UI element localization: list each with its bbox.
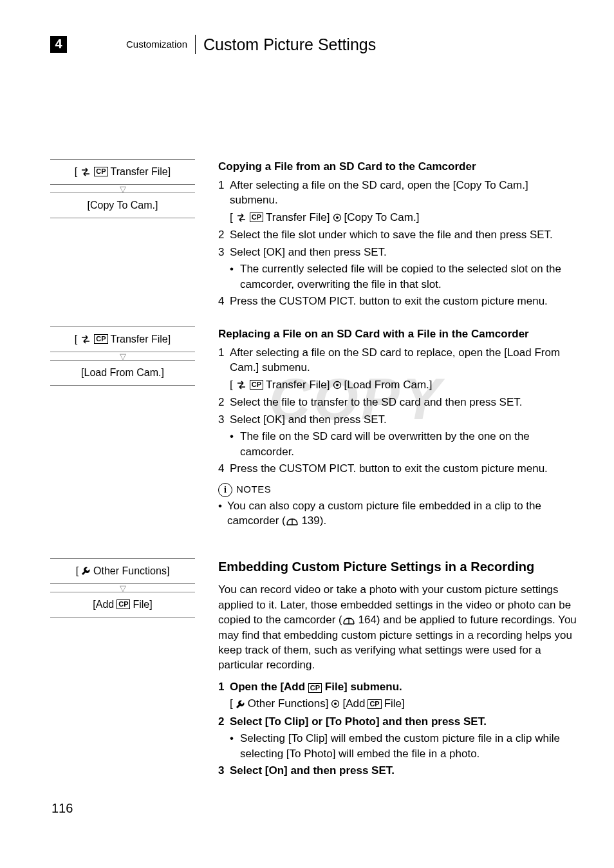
step-num: 3	[218, 412, 230, 427]
sidebar-1a-text: Transfer File]	[111, 165, 171, 179]
bracket-open: [	[75, 332, 77, 346]
page-title: Custom Picture Settings	[203, 33, 376, 56]
sidebar-3b-pre: [Add	[93, 598, 114, 612]
step-text: Select [On] and then press SET.	[230, 763, 577, 778]
transfer-icon	[236, 381, 247, 390]
sidebar-menu-path-3: [ Other Functions] ▽ [Add CP File]	[50, 558, 195, 618]
bracket-open: [	[230, 696, 233, 711]
wrench-icon	[81, 566, 91, 576]
step-num: 3	[218, 763, 230, 778]
submenu-arrow-icon	[331, 699, 340, 708]
sub-text: The currently selected file will be copi…	[240, 261, 577, 292]
svg-point-1	[336, 216, 339, 219]
path-text: Transfer File]	[266, 210, 330, 225]
notes-label: NOTES	[236, 483, 271, 496]
bracket-open: [	[230, 210, 233, 225]
submenu-arrow-icon	[333, 213, 342, 222]
page-header: 4 Customization Custom Picture Settings	[50, 33, 577, 56]
wrench-icon	[236, 699, 245, 709]
path-text-pre: [Add	[342, 696, 365, 711]
chapter-number-badge: 4	[50, 36, 67, 53]
step-text: After selecting a file on the SD card to…	[230, 345, 577, 375]
submenu-arrow-icon	[333, 381, 342, 390]
sidebar-3b-post: File]	[133, 598, 152, 612]
cp-icon: CP	[116, 599, 130, 609]
bullet: •	[230, 429, 240, 459]
step-num: 1	[218, 679, 230, 694]
section-3-title: Embedding Custom Picture Settings in a R…	[218, 558, 577, 576]
page-ref-icon	[342, 616, 355, 625]
info-icon: i	[218, 483, 232, 497]
step-text: Select [OK] and then press SET.	[230, 245, 577, 259]
step-num: 3	[218, 245, 230, 259]
step-text: Select the file to transfer to the SD ca…	[230, 395, 577, 410]
cp-icon: CP	[308, 683, 322, 693]
svg-point-3	[336, 384, 339, 386]
sidebar-2a-text: Transfer File]	[111, 332, 171, 346]
step-text: Select [OK] and then press SET.	[230, 412, 577, 427]
step-text: Select the file slot under which to save…	[230, 227, 577, 242]
sidebar-menu-path-2: [ CP Transfer File] ▽ [Load From Cam.]	[50, 326, 195, 386]
step-text: Open the [Add CP File] submenu.	[230, 679, 577, 694]
path-text-post: File]	[384, 696, 405, 711]
bracket-open: [	[230, 377, 233, 392]
step-text: Press the CUSTOM PICT. button to exit th…	[230, 294, 577, 308]
note-text-a: You can also copy a custom picture file …	[227, 500, 541, 527]
transfer-icon	[236, 213, 247, 222]
note-text-b: 139).	[299, 514, 326, 527]
sidebar-chevron-icon: ▽	[50, 585, 195, 592]
chapter-label: Customization	[126, 35, 196, 54]
section-1-title: Copying a File from an SD Card to the Ca…	[218, 159, 577, 174]
cp-icon: CP	[94, 167, 107, 176]
bullet: •	[218, 498, 227, 529]
bullet: •	[230, 731, 240, 761]
section-3-para: You can record video or take a photo wit…	[218, 582, 577, 673]
sidebar-chevron-icon: ▽	[50, 186, 195, 193]
sidebar-1b-text: [Copy To Cam.]	[88, 198, 158, 212]
step-num: 1	[218, 345, 230, 375]
bracket-open: [	[76, 564, 79, 578]
path-text: [Copy To Cam.]	[344, 210, 420, 225]
step-num: 1	[218, 178, 230, 208]
cp-icon: CP	[94, 334, 107, 344]
sidebar-chevron-icon: ▽	[50, 354, 195, 360]
page-ref-icon	[286, 517, 299, 526]
path-text: [Load From Cam.]	[344, 377, 433, 392]
sidebar-2b-text: [Load From Cam.]	[81, 366, 164, 380]
section-copying: Copying a File from an SD Card to the Ca…	[218, 159, 577, 311]
section-2-title: Replacing a File on an SD Card with a Fi…	[218, 326, 577, 341]
step-text: Press the CUSTOM PICT. button to exit th…	[230, 461, 577, 476]
note-text: You can also copy a custom picture file …	[227, 498, 577, 529]
svg-point-5	[334, 703, 337, 705]
step-num: 4	[218, 461, 230, 476]
cp-icon: CP	[250, 212, 263, 222]
step-num: 2	[218, 227, 230, 242]
bullet: •	[230, 261, 240, 292]
notes-header: i NOTES	[218, 483, 577, 497]
step-num: 2	[218, 714, 230, 729]
section-embedding: Embedding Custom Picture Settings in a R…	[218, 558, 577, 780]
bracket-open: [	[75, 165, 77, 179]
step-text: Select [To Clip] or [To Photo] and then …	[230, 714, 577, 729]
cp-icon: CP	[250, 380, 263, 390]
section-replacing: Replacing a File on an SD Card with a Fi…	[218, 326, 577, 529]
sub-text: The file on the SD card will be overwrit…	[240, 429, 577, 459]
sidebar-menu-path-1: [ CP Transfer File] ▽ [Copy To Cam.]	[50, 159, 195, 218]
page-number: 116	[51, 800, 73, 818]
path-text: Other Functions]	[248, 696, 329, 711]
step-text-pre: Open the [Add	[230, 681, 308, 693]
step-text-post: File] submenu.	[322, 681, 402, 693]
step-num: 4	[218, 294, 230, 308]
transfer-icon	[80, 335, 91, 344]
sub-text: Selecting [To Clip] will embed the custo…	[240, 731, 577, 761]
transfer-icon	[80, 167, 91, 176]
step-num: 2	[218, 395, 230, 410]
sidebar-3a-text: Other Functions]	[93, 564, 169, 578]
path-text: Transfer File]	[266, 377, 330, 392]
step-text: After selecting a file on the SD card, o…	[230, 178, 577, 208]
cp-icon: CP	[367, 699, 381, 709]
